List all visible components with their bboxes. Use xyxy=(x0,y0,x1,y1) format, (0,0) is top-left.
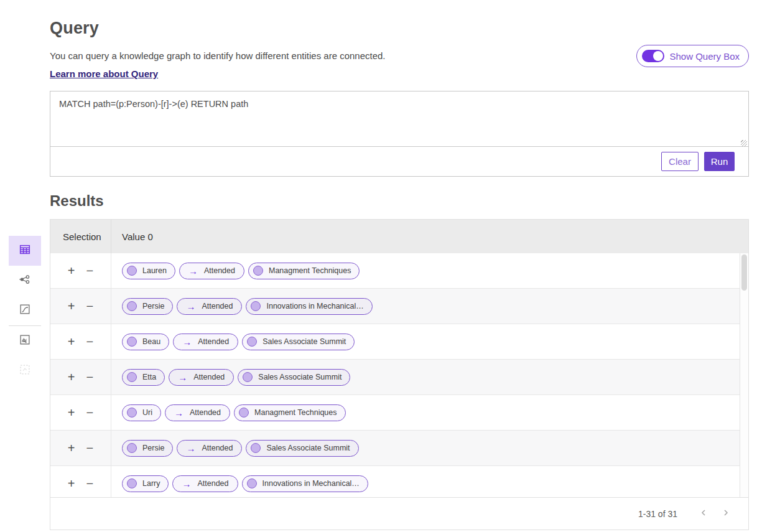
relationship-label: Attended xyxy=(202,444,233,452)
show-query-box-toggle[interactable]: Show Query Box xyxy=(636,45,749,67)
toggle-switch-icon[interactable] xyxy=(642,50,664,62)
remove-from-selection-button[interactable]: − xyxy=(85,264,95,277)
entity-node-pill[interactable]: Innovations in Mechanical… xyxy=(242,475,368,492)
arrow-right-icon: → xyxy=(186,444,195,453)
node-icon xyxy=(127,372,137,382)
table-footer: 1-31 of 31 xyxy=(50,497,748,530)
results-section: Selection Value 0 + − Lauren → Attended … xyxy=(50,219,749,530)
add-to-selection-button[interactable]: + xyxy=(67,264,77,277)
table-scrollbar[interactable] xyxy=(740,253,748,498)
row-value-cell: Persie → Attended Innovations in Mechani… xyxy=(111,289,748,324)
row-value-cell: Persie → Attended Sales Associate Summit xyxy=(111,431,748,465)
sidebar-item-table-view[interactable] xyxy=(9,236,41,266)
query-page: Query You can query a knowledge graph to… xyxy=(0,0,757,532)
arrow-right-icon: → xyxy=(178,373,187,382)
relationship-pill[interactable]: → Attended xyxy=(179,263,244,279)
sidebar-item-graph-view[interactable] xyxy=(9,266,41,296)
person-node-label: Lauren xyxy=(142,266,167,275)
table-header: Selection Value 0 xyxy=(50,220,748,253)
view-mode-sidebar xyxy=(9,236,41,386)
node-icon xyxy=(127,301,137,311)
entity-node-pill[interactable]: Managment Techniques xyxy=(234,404,346,421)
relationship-pill[interactable]: → Attended xyxy=(173,334,238,350)
relationship-pill[interactable]: → Attended xyxy=(177,298,242,315)
column-header-value: Value 0 xyxy=(111,220,748,253)
map-view-icon xyxy=(18,333,32,349)
row-selection-cell: + − xyxy=(50,360,111,394)
table-row: + − Beau → Attended Sales Associate Summ… xyxy=(50,324,748,360)
entity-node-label: Managment Techniques xyxy=(269,266,351,275)
add-to-selection-button[interactable]: + xyxy=(67,406,77,419)
pagination-range: 1-31 of 31 xyxy=(638,509,677,519)
node-icon xyxy=(127,266,137,276)
person-node-label: Larry xyxy=(142,479,160,488)
entity-node-pill[interactable]: Managment Techniques xyxy=(248,263,360,279)
remove-from-selection-button[interactable]: − xyxy=(85,335,95,348)
relationship-label: Attended xyxy=(190,408,221,417)
relationship-pill[interactable]: → Attended xyxy=(169,369,234,386)
results-table: Selection Value 0 + − Lauren → Attended … xyxy=(50,219,749,530)
relationship-pill[interactable]: → Attended xyxy=(165,404,230,421)
node-icon xyxy=(239,408,249,418)
person-node-pill[interactable]: Beau xyxy=(122,334,169,350)
node-icon xyxy=(247,478,257,488)
person-node-pill[interactable]: Lauren xyxy=(122,263,175,279)
pagination-prev-button[interactable] xyxy=(697,508,710,520)
remove-from-selection-button[interactable]: − xyxy=(85,371,95,383)
add-to-selection-button[interactable]: + xyxy=(67,300,77,312)
sidebar-item-map-view[interactable] xyxy=(9,326,41,356)
node-icon xyxy=(251,443,261,453)
relationship-pill[interactable]: → Attended xyxy=(172,475,238,492)
toggle-knob xyxy=(653,51,663,61)
query-box: MATCH path=(p:Person)-[r]->(e) RETURN pa… xyxy=(50,91,749,177)
row-value-cell: Beau → Attended Sales Associate Summit xyxy=(111,324,748,359)
row-value-cell: Larry → Attended Innovations in Mechanic… xyxy=(111,466,748,498)
table-row: + − Persie → Attended Innovations in Mec… xyxy=(50,289,748,324)
remove-from-selection-button[interactable]: − xyxy=(85,477,95,490)
table-row: + − Persie → Attended Sales Associate Su… xyxy=(50,431,748,466)
add-to-selection-button[interactable]: + xyxy=(67,442,77,454)
results-title: Results xyxy=(50,192,749,210)
page-title: Query xyxy=(50,19,749,38)
entity-node-label: Sales Associate Summit xyxy=(262,337,346,346)
entity-node-pill[interactable]: Sales Associate Summit xyxy=(238,369,350,386)
remove-from-selection-button[interactable]: − xyxy=(85,406,95,419)
remove-from-selection-button[interactable]: − xyxy=(85,300,95,312)
node-icon xyxy=(127,337,137,347)
relationship-label: Attended xyxy=(193,373,225,381)
entity-node-pill[interactable]: Sales Associate Summit xyxy=(242,334,355,350)
node-icon xyxy=(127,443,137,453)
pagination-next-button[interactable] xyxy=(720,508,732,520)
entity-node-pill[interactable]: Innovations in Mechanical… xyxy=(246,298,372,315)
chart-view-icon xyxy=(18,302,32,319)
entity-node-pill[interactable]: Sales Associate Summit xyxy=(246,440,358,457)
person-node-pill[interactable]: Persie xyxy=(122,298,173,315)
sidebar-item-layout-view xyxy=(9,356,41,386)
column-header-selection: Selection xyxy=(50,231,111,242)
row-selection-cell: + − xyxy=(50,395,111,430)
scrollbar-thumb[interactable] xyxy=(741,254,747,291)
query-toolbar: Clear Run xyxy=(50,147,748,176)
relationship-pill[interactable]: → Attended xyxy=(177,440,242,457)
person-node-pill[interactable]: Persie xyxy=(122,440,173,457)
row-selection-cell: + − xyxy=(50,431,111,465)
node-icon xyxy=(247,337,257,347)
add-to-selection-button[interactable]: + xyxy=(67,371,77,383)
person-node-pill[interactable]: Etta xyxy=(122,369,165,386)
add-to-selection-button[interactable]: + xyxy=(67,335,77,348)
person-node-pill[interactable]: Uri xyxy=(122,404,161,421)
remove-from-selection-button[interactable]: − xyxy=(85,442,95,454)
arrow-right-icon: → xyxy=(188,266,198,276)
query-input[interactable]: MATCH path=(p:Person)-[r]->(e) RETURN pa… xyxy=(50,91,748,147)
learn-more-link[interactable]: Learn more about Query xyxy=(50,68,158,79)
run-button[interactable]: Run xyxy=(704,152,735,171)
add-to-selection-button[interactable]: + xyxy=(67,477,77,490)
person-node-pill[interactable]: Larry xyxy=(122,475,169,492)
graph-view-icon xyxy=(18,273,32,289)
layout-view-icon xyxy=(18,363,32,379)
toggle-label: Show Query Box xyxy=(669,51,740,62)
sidebar-item-chart-view[interactable] xyxy=(9,296,41,325)
person-node-label: Etta xyxy=(142,373,156,381)
clear-button[interactable]: Clear xyxy=(661,152,699,171)
row-selection-cell: + − xyxy=(50,324,111,359)
